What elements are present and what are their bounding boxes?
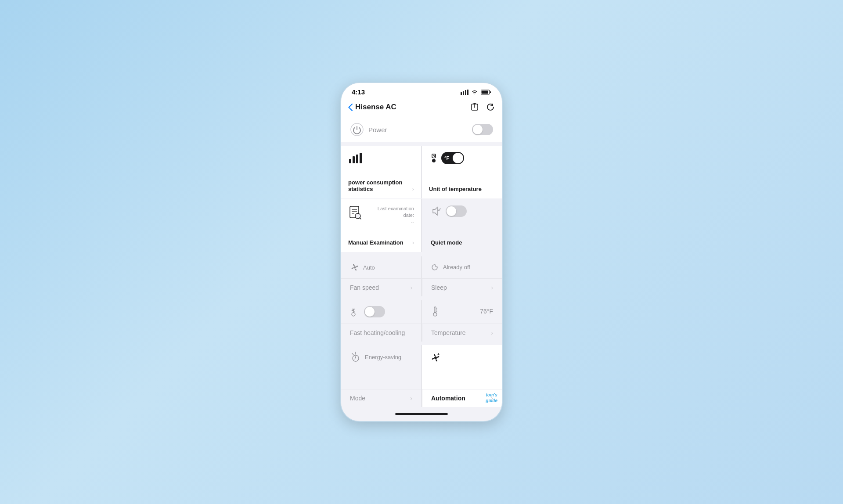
temperature-unit-toggle[interactable]: °F bbox=[441, 152, 464, 164]
heating-icon-area bbox=[350, 306, 412, 317]
refresh-icon[interactable] bbox=[486, 103, 495, 112]
exam-date-prefix: Last examination bbox=[378, 206, 414, 211]
back-button[interactable]: Hisense AC bbox=[348, 103, 396, 112]
exam-footer: Manual Examination › bbox=[348, 239, 414, 246]
mode-label: Mode bbox=[350, 395, 365, 402]
quiet-toggle-knob bbox=[447, 206, 456, 216]
unit-of-temperature-label: Unit of temperature bbox=[429, 186, 495, 192]
svg-rect-12 bbox=[356, 155, 358, 163]
fan-sleep-row: Auto Already off bbox=[341, 256, 502, 278]
phone-frame: 4:13 bbox=[340, 82, 503, 422]
fast-heating-knob bbox=[365, 307, 375, 317]
svg-rect-11 bbox=[353, 156, 355, 163]
manual-examination-card[interactable]: Last examination date: -- Manual Examina… bbox=[341, 199, 421, 252]
fan-speed-nav[interactable]: Fan speed › bbox=[341, 278, 421, 296]
quiet-mode-card: z z Quiet mode bbox=[422, 199, 502, 252]
svg-point-27 bbox=[352, 313, 355, 316]
automation-label: Automation bbox=[431, 395, 465, 402]
thermometer-icon: ℃ bbox=[429, 153, 439, 163]
automation-icon-area: A bbox=[429, 351, 495, 366]
mode-nav[interactable]: Mode › bbox=[341, 389, 421, 407]
sleep-label: Sleep bbox=[431, 284, 447, 291]
power-label-area: Power bbox=[350, 122, 387, 137]
power-toggle[interactable] bbox=[472, 124, 493, 135]
fast-heating-cell bbox=[341, 300, 421, 324]
toggle-f-label: °F bbox=[444, 155, 449, 161]
svg-rect-0 bbox=[461, 92, 462, 95]
fan-speed-cell: Auto bbox=[341, 256, 421, 278]
watermark: tom's guide bbox=[486, 392, 497, 403]
fast-heating-toggle[interactable] bbox=[364, 306, 385, 317]
exam-icon bbox=[348, 205, 362, 220]
power-circle-icon bbox=[350, 122, 364, 137]
separator-3 bbox=[341, 342, 502, 345]
separator-2 bbox=[341, 296, 502, 300]
svg-rect-28 bbox=[434, 307, 436, 313]
sleep-nav[interactable]: Sleep › bbox=[422, 278, 502, 296]
fan-sleep-nav-row: Fan speed › Sleep › bbox=[341, 278, 502, 296]
svg-rect-6 bbox=[490, 91, 491, 93]
quiet-mode-toggle[interactable] bbox=[446, 205, 467, 217]
battery-icon bbox=[481, 90, 491, 95]
svg-point-26 bbox=[354, 266, 356, 269]
fast-heating-label: Fast heating/cooling bbox=[350, 329, 405, 336]
share-icon[interactable] bbox=[470, 103, 479, 112]
svg-line-23 bbox=[360, 218, 361, 219]
quiet-icon: z z bbox=[431, 206, 442, 216]
automation-fan-icon: A bbox=[429, 351, 442, 364]
svg-point-36 bbox=[434, 356, 437, 359]
fan-icon-area: Auto bbox=[350, 263, 412, 272]
temperature-nav[interactable]: Temperature › bbox=[422, 324, 502, 342]
sleep-cell: Already off bbox=[422, 256, 502, 278]
watermark-line2: guide bbox=[486, 398, 497, 403]
sleep-icon-area: Already off bbox=[431, 263, 493, 271]
svg-rect-13 bbox=[360, 153, 362, 163]
exam-header: Last examination date: -- bbox=[348, 205, 414, 226]
automation-card[interactable]: A bbox=[422, 345, 502, 389]
temp-toggle-area[interactable]: ℃ °F bbox=[429, 152, 495, 164]
power-row: Power bbox=[341, 117, 502, 142]
exam-date-value: -- bbox=[411, 220, 414, 225]
mode-cell: Energy-saving bbox=[341, 345, 421, 389]
heating-temp-row: 76°F bbox=[341, 300, 502, 324]
manual-examination-label: Manual Examination bbox=[348, 239, 403, 246]
fan-auto-label: Auto bbox=[363, 264, 375, 271]
already-off-label: Already off bbox=[443, 264, 470, 270]
temperature-icon bbox=[431, 306, 440, 317]
temperature-cell: 76°F bbox=[422, 300, 502, 324]
svg-rect-2 bbox=[465, 90, 466, 95]
heating-icon bbox=[350, 306, 360, 317]
svg-point-33 bbox=[353, 355, 359, 361]
svg-rect-10 bbox=[349, 159, 351, 163]
power-consumption-arrow: › bbox=[412, 186, 414, 192]
power-consumption-card[interactable]: power consumption statistics › bbox=[341, 146, 421, 198]
mode-automation-row: Energy-saving A bbox=[341, 345, 502, 389]
home-indicator bbox=[341, 407, 502, 421]
fast-heating-nav[interactable]: Fast heating/cooling bbox=[341, 324, 421, 342]
svg-rect-3 bbox=[467, 90, 468, 95]
quiet-mode-header: z z bbox=[431, 205, 493, 217]
energy-saving-icon bbox=[350, 351, 361, 363]
svg-text:A: A bbox=[437, 353, 440, 356]
power-consumption-icon bbox=[348, 152, 414, 167]
sleep-chevron: › bbox=[491, 284, 493, 291]
temp-toggle-knob bbox=[453, 153, 463, 163]
svg-point-17 bbox=[432, 159, 436, 162]
separator-1 bbox=[341, 253, 502, 256]
home-bar bbox=[395, 413, 448, 415]
mode-chevron: › bbox=[410, 395, 412, 402]
svg-line-35 bbox=[352, 353, 353, 355]
temperature-chevron: › bbox=[491, 329, 493, 336]
unit-of-temperature-card: ℃ °F Unit of temperature bbox=[422, 146, 502, 198]
back-icon bbox=[348, 104, 353, 111]
power-consumption-footer: power consumption statistics › bbox=[348, 179, 414, 192]
sleep-icon bbox=[431, 263, 440, 271]
svg-text:z: z bbox=[440, 207, 441, 210]
top-bar: Hisense AC bbox=[341, 99, 502, 117]
svg-rect-5 bbox=[482, 90, 488, 94]
energy-saving-label: Energy-saving bbox=[365, 354, 401, 360]
fan-speed-label: Fan speed bbox=[350, 284, 379, 291]
exam-date-area: Last examination date: -- bbox=[378, 205, 414, 226]
page-title: Hisense AC bbox=[355, 103, 396, 112]
exam-arrow: › bbox=[412, 239, 414, 246]
